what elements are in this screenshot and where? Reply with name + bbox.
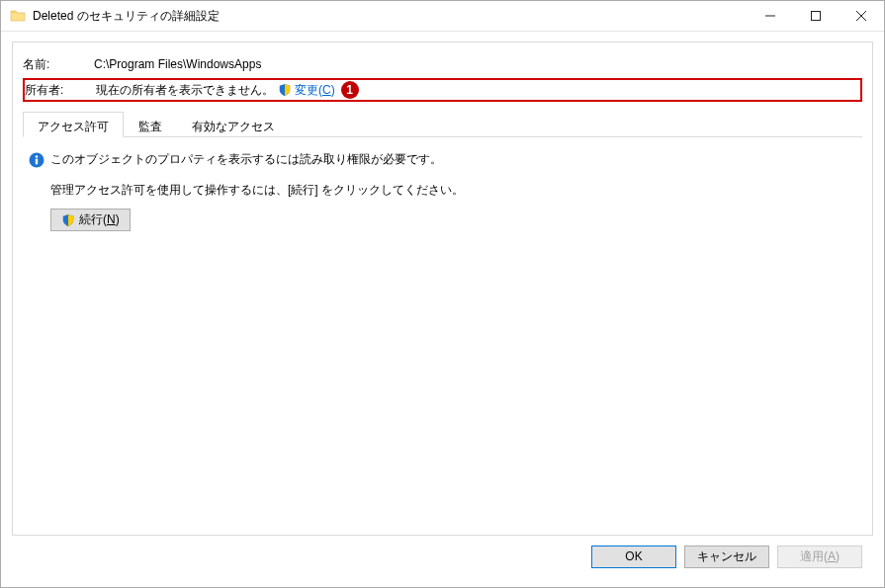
shield-icon <box>61 213 75 227</box>
minimize-button[interactable] <box>748 1 793 31</box>
owner-value: 現在の所有者を表示できません。 <box>96 82 274 99</box>
close-icon <box>856 11 866 21</box>
owner-label: 所有者: <box>25 82 96 99</box>
window-title: Deleted のセキュリティの詳細設定 <box>33 8 748 25</box>
annotation-badge: 1 <box>341 81 359 99</box>
continue-button-label: 続行(N) <box>79 211 120 228</box>
info-line-1: このオブジェクトのプロパティを表示するには読み取り権限が必要です。 <box>29 151 856 168</box>
dialog-footer: OK キャンセル 適用(A) <box>12 536 873 577</box>
maximize-button[interactable] <box>793 1 839 31</box>
continue-button-wrap: 続行(N) <box>29 209 856 231</box>
tab-permissions[interactable]: アクセス許可 <box>23 112 124 137</box>
svg-rect-3 <box>36 158 38 164</box>
change-link-text: 変更(C) <box>295 82 335 99</box>
name-row: 名前: C:\Program Files\WindowsApps <box>23 52 862 76</box>
owner-row: 所有者: 現在の所有者を表示できません。 変更(C) 1 <box>23 78 862 102</box>
close-button[interactable] <box>839 1 884 31</box>
ok-button[interactable]: OK <box>591 546 676 568</box>
name-label: 名前: <box>23 56 94 73</box>
info-text-1: このオブジェクトのプロパティを表示するには読み取り権限が必要です。 <box>50 151 442 168</box>
cancel-button[interactable]: キャンセル <box>684 546 769 568</box>
minimize-icon <box>765 11 775 21</box>
info-icon <box>29 152 44 168</box>
info-text-2: 管理アクセス許可を使用して操作するには、[続行] をクリックしてください。 <box>29 182 856 199</box>
tab-strip: アクセス許可 監査 有効なアクセス <box>23 112 862 137</box>
maximize-icon <box>811 11 821 21</box>
tab-content: このオブジェクトのプロパティを表示するには読み取り権限が必要です。 管理アクセス… <box>23 136 862 525</box>
window: Deleted のセキュリティの詳細設定 名前: C:\Program File… <box>0 0 885 588</box>
folder-icon <box>10 8 26 24</box>
titlebar: Deleted のセキュリティの詳細設定 <box>1 1 884 32</box>
svg-rect-0 <box>812 12 821 21</box>
tab-audit[interactable]: 監査 <box>124 112 177 137</box>
svg-point-2 <box>36 155 39 158</box>
main-panel: 名前: C:\Program Files\WindowsApps 所有者: 現在… <box>12 42 873 536</box>
change-owner-link[interactable]: 変更(C) <box>278 82 335 99</box>
client-area: 名前: C:\Program Files\WindowsApps 所有者: 現在… <box>1 32 884 587</box>
continue-button[interactable]: 続行(N) <box>50 209 131 231</box>
name-value: C:\Program Files\WindowsApps <box>94 57 261 71</box>
apply-button: 適用(A) <box>777 546 862 568</box>
tab-effective-access[interactable]: 有効なアクセス <box>177 112 290 137</box>
shield-icon <box>278 83 292 97</box>
